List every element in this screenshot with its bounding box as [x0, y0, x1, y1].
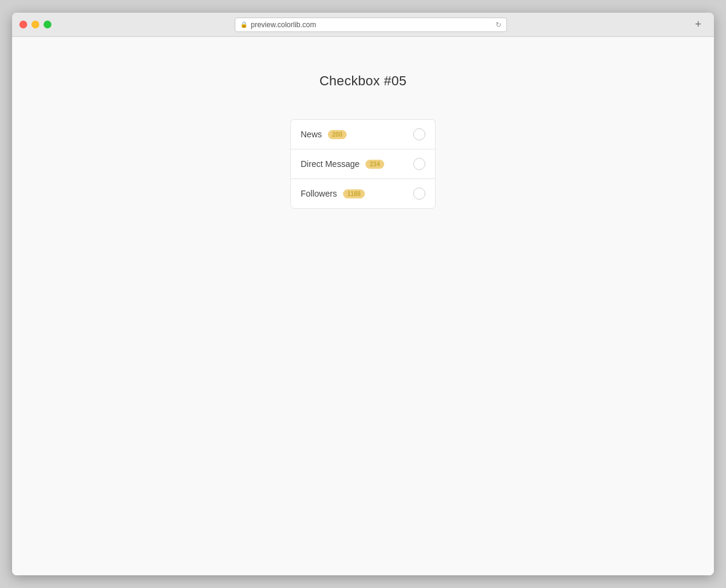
checkbox-item-news[interactable]: News 200	[290, 119, 436, 149]
checkbox-list: News 200 Direct Message 234 Followers 11…	[290, 119, 436, 209]
item-badge-direct-message: 234	[365, 160, 384, 169]
page-title: Checkbox #05	[319, 73, 407, 89]
item-badge-followers: 1188	[343, 189, 365, 198]
url-text: preview.colorlib.com	[251, 21, 316, 29]
item-badge-news: 200	[328, 130, 347, 139]
item-label-direct-message: Direct Message	[301, 159, 359, 169]
minimize-button[interactable]	[31, 21, 39, 28]
item-radio-followers[interactable]	[413, 188, 425, 200]
item-label-news: News	[301, 129, 322, 139]
item-left-followers: Followers 1188	[301, 189, 365, 198]
maximize-button[interactable]	[44, 21, 51, 28]
checkbox-item-direct-message[interactable]: Direct Message 234	[290, 149, 436, 178]
browser-content: Checkbox #05 News 200 Direct Message 234…	[12, 37, 714, 575]
lock-icon: 🔒	[240, 21, 247, 28]
checkbox-item-followers[interactable]: Followers 1188	[290, 178, 436, 209]
item-radio-news[interactable]	[413, 128, 425, 140]
item-left-direct-message: Direct Message 234	[301, 159, 384, 169]
traffic-lights	[19, 21, 51, 28]
item-radio-direct-message[interactable]	[413, 158, 425, 170]
address-bar[interactable]: 🔒 preview.colorlib.com ↻	[235, 18, 507, 32]
reload-icon[interactable]: ↻	[495, 21, 502, 29]
browser-titlebar: 🔒 preview.colorlib.com ↻ +	[12, 13, 714, 37]
browser-window: 🔒 preview.colorlib.com ↻ + Checkbox #05 …	[12, 13, 714, 575]
item-label-followers: Followers	[301, 189, 337, 198]
item-left-news: News 200	[301, 129, 347, 139]
close-button[interactable]	[19, 21, 27, 28]
new-tab-button[interactable]: +	[690, 16, 707, 33]
address-bar-container: 🔒 preview.colorlib.com ↻	[51, 18, 690, 32]
